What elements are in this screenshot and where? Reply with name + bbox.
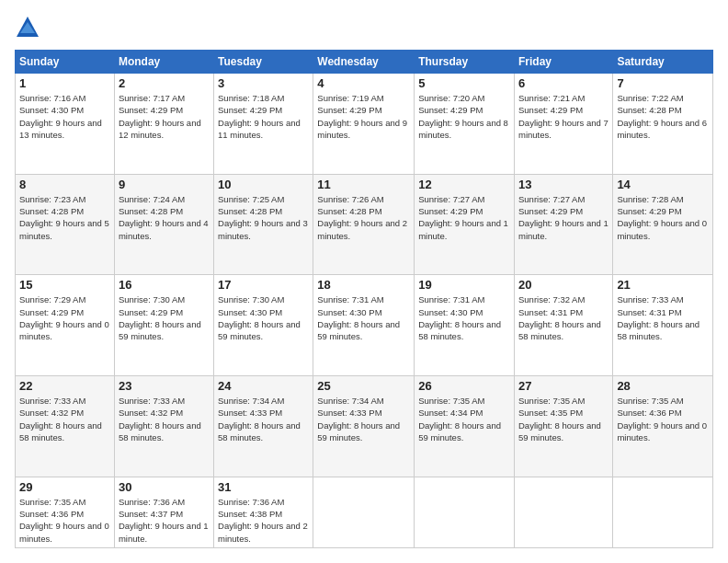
sunset-label: Sunset: 4:32 PM [119,408,183,418]
day-info: Sunrise: 7:32 AM Sunset: 4:31 PM Dayligh… [518,293,609,342]
day-number: 16 [119,278,210,292]
day-info: Sunrise: 7:27 AM Sunset: 4:29 PM Dayligh… [418,193,510,242]
daylight-label: Daylight: 9 hours and 13 minutes. [19,118,102,140]
day-number: 23 [119,379,210,393]
daylight-label: Daylight: 9 hours and 1 minute. [119,521,209,543]
day-number: 30 [119,480,210,494]
day-info: Sunrise: 7:30 AM Sunset: 4:29 PM Dayligh… [119,293,210,342]
daylight-label: Daylight: 8 hours and 58 minutes. [19,420,102,442]
calendar-cell: 3 Sunrise: 7:18 AM Sunset: 4:29 PM Dayli… [214,74,313,175]
day-info: Sunrise: 7:17 AM Sunset: 4:29 PM Dayligh… [119,92,210,141]
header [15,15,713,40]
day-info: Sunrise: 7:25 AM Sunset: 4:28 PM Dayligh… [218,193,309,242]
day-info: Sunrise: 7:35 AM Sunset: 4:35 PM Dayligh… [518,395,609,443]
sunrise-label: Sunrise: 7:31 AM [317,294,383,304]
sunrise-label: Sunrise: 7:21 AM [518,93,585,103]
sunrise-label: Sunrise: 7:23 AM [19,194,85,204]
day-info: Sunrise: 7:35 AM Sunset: 4:36 PM Dayligh… [19,496,110,545]
calendar-cell: 14 Sunrise: 7:28 AM Sunset: 4:29 PM Dayl… [613,174,713,275]
daylight-label: Daylight: 8 hours and 58 minutes. [418,319,501,341]
sunset-label: Sunset: 4:29 PM [518,206,583,216]
col-friday: Friday [514,51,612,74]
calendar-cell: 2 Sunrise: 7:17 AM Sunset: 4:29 PM Dayli… [114,74,213,175]
sunrise-label: Sunrise: 7:28 AM [617,194,683,204]
sunrise-label: Sunrise: 7:18 AM [218,93,284,103]
sunrise-label: Sunrise: 7:24 AM [119,194,185,204]
day-info: Sunrise: 7:35 AM Sunset: 4:36 PM Dayligh… [617,395,709,443]
day-info: Sunrise: 7:22 AM Sunset: 4:28 PM Dayligh… [617,92,709,141]
daylight-label: Daylight: 9 hours and 3 minutes. [218,218,308,240]
calendar-cell [415,477,515,547]
sunrise-label: Sunrise: 7:33 AM [19,396,85,406]
sunrise-label: Sunrise: 7:27 AM [518,194,585,204]
day-info: Sunrise: 7:21 AM Sunset: 4:29 PM Dayligh… [518,92,609,141]
day-number: 12 [418,178,510,191]
daylight-label: Daylight: 8 hours and 58 minutes. [617,319,700,341]
day-number: 10 [218,178,309,191]
sunrise-label: Sunrise: 7:22 AM [617,93,683,103]
daylight-label: Daylight: 9 hours and 6 minutes. [617,118,707,140]
sunset-label: Sunset: 4:30 PM [418,307,483,317]
calendar-cell: 18 Sunrise: 7:31 AM Sunset: 4:30 PM Dayl… [313,275,415,376]
sunrise-label: Sunrise: 7:33 AM [119,396,185,406]
sunset-label: Sunset: 4:29 PM [418,105,483,115]
daylight-label: Daylight: 8 hours and 58 minutes. [518,319,601,341]
sunset-label: Sunset: 4:30 PM [19,105,84,115]
day-number: 15 [19,278,110,292]
daylight-label: Daylight: 9 hours and 1 minute. [418,218,508,240]
sunset-label: Sunset: 4:29 PM [617,206,681,216]
page: Sunday Monday Tuesday Wednesday Thursday… [0,0,728,563]
daylight-label: Daylight: 9 hours and 4 minutes. [119,218,209,240]
daylight-label: Daylight: 9 hours and 11 minutes. [218,118,301,140]
sunrise-label: Sunrise: 7:27 AM [418,194,484,204]
daylight-label: Daylight: 9 hours and 8 minutes. [418,118,508,140]
calendar-cell: 24 Sunrise: 7:34 AM Sunset: 4:33 PM Dayl… [214,376,313,477]
sunrise-label: Sunrise: 7:35 AM [418,396,484,406]
day-number: 28 [617,379,709,393]
col-tuesday: Tuesday [214,51,313,74]
day-info: Sunrise: 7:29 AM Sunset: 4:29 PM Dayligh… [19,293,110,342]
day-number: 21 [617,278,709,292]
sunrise-label: Sunrise: 7:30 AM [218,294,284,304]
day-info: Sunrise: 7:31 AM Sunset: 4:30 PM Dayligh… [317,293,410,342]
day-number: 26 [418,379,510,393]
sunset-label: Sunset: 4:35 PM [518,408,583,418]
calendar-cell [613,477,713,547]
daylight-label: Daylight: 8 hours and 59 minutes. [317,319,400,341]
col-wednesday: Wednesday [313,51,415,74]
week-row-5: 29 Sunrise: 7:35 AM Sunset: 4:36 PM Dayl… [16,477,713,547]
sunrise-label: Sunrise: 7:26 AM [317,194,383,204]
sunrise-label: Sunrise: 7:35 AM [19,497,85,507]
sunrise-label: Sunrise: 7:36 AM [119,497,185,507]
day-info: Sunrise: 7:34 AM Sunset: 4:33 PM Dayligh… [218,395,309,443]
sunrise-label: Sunrise: 7:29 AM [19,294,85,304]
day-info: Sunrise: 7:18 AM Sunset: 4:29 PM Dayligh… [218,92,309,141]
sunset-label: Sunset: 4:29 PM [418,206,483,216]
sunset-label: Sunset: 4:28 PM [119,206,183,216]
calendar-cell [514,477,612,547]
sunset-label: Sunset: 4:28 PM [317,206,381,216]
col-thursday: Thursday [415,51,515,74]
day-number: 29 [19,480,110,494]
calendar-cell: 27 Sunrise: 7:35 AM Sunset: 4:35 PM Dayl… [514,376,612,477]
week-row-1: 1 Sunrise: 7:16 AM Sunset: 4:30 PM Dayli… [16,74,713,175]
calendar-cell: 16 Sunrise: 7:30 AM Sunset: 4:29 PM Dayl… [114,275,213,376]
col-monday: Monday [114,51,213,74]
sunset-label: Sunset: 4:28 PM [617,105,681,115]
day-number: 22 [19,379,110,393]
sunset-label: Sunset: 4:29 PM [317,105,381,115]
day-number: 25 [317,379,410,393]
sunset-label: Sunset: 4:36 PM [19,509,84,519]
calendar-cell: 22 Sunrise: 7:33 AM Sunset: 4:32 PM Dayl… [16,376,115,477]
day-number: 13 [518,178,609,191]
daylight-label: Daylight: 9 hours and 5 minutes. [19,218,109,240]
day-number: 1 [19,76,110,90]
sunrise-label: Sunrise: 7:35 AM [518,396,585,406]
logo-icon [15,15,40,40]
sunset-label: Sunset: 4:33 PM [317,408,381,418]
day-info: Sunrise: 7:31 AM Sunset: 4:30 PM Dayligh… [418,293,510,342]
day-number: 24 [218,379,309,393]
day-number: 19 [418,278,510,292]
calendar-cell: 28 Sunrise: 7:35 AM Sunset: 4:36 PM Dayl… [613,376,713,477]
day-number: 5 [418,76,510,90]
